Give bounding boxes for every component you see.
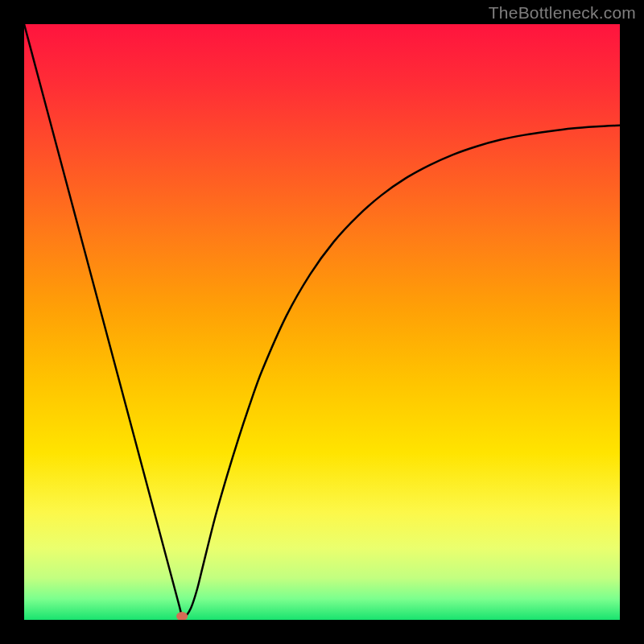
chart-frame: [24, 24, 620, 620]
gradient-background: [24, 24, 620, 620]
watermark-text: TheBottleneck.com: [489, 3, 636, 23]
bottleneck-chart: [24, 24, 620, 620]
